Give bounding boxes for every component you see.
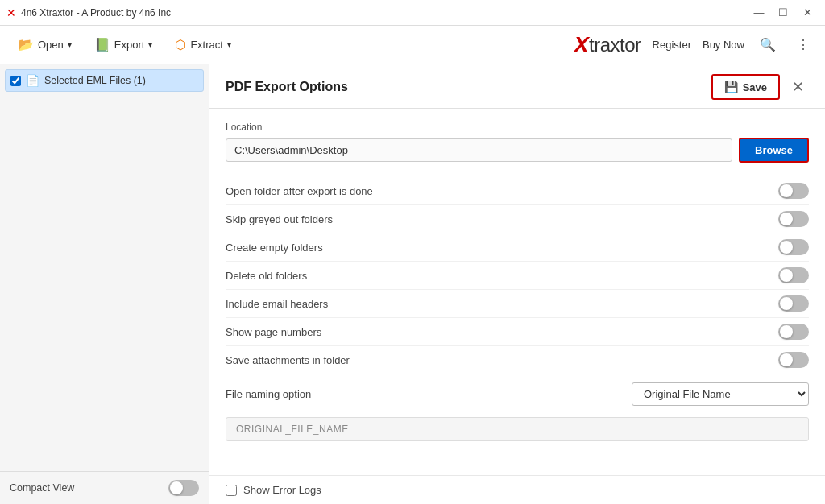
divider — [226, 374, 809, 374]
options-list: Open folder after export is done Skip gr… — [226, 177, 809, 374]
minimize-button[interactable]: — — [748, 2, 770, 24]
title-bar: ✕ 4n6 Xtraxtor - A Product by 4n6 Inc — … — [0, 0, 825, 26]
option-create-empty-label: Create empty folders — [226, 242, 323, 254]
toggle-knob — [780, 353, 793, 366]
extract-button[interactable]: ⬡ Extract ▾ — [167, 32, 238, 57]
extract-label: Extract — [190, 39, 222, 51]
export-chevron: ▾ — [148, 40, 152, 49]
toggle-knob — [780, 269, 793, 282]
option-show-page-numbers-label: Show page numbers — [226, 326, 321, 338]
toolbar-left: 📂 Open ▾ 📗 Export ▾ ⬡ Extract ▾ — [10, 32, 239, 57]
dialog-header: PDF Export Options 💾 Save ✕ — [209, 64, 825, 109]
option-save-attachments: Save attachments in folder — [226, 346, 809, 374]
close-dialog-button[interactable]: ✕ — [786, 76, 809, 98]
save-label: Save — [743, 81, 767, 93]
brand-x: X — [574, 32, 589, 58]
brand-logo: X traxtor — [574, 32, 641, 58]
open-chevron: ▾ — [68, 40, 72, 49]
file-naming-label: File naming option — [226, 388, 311, 400]
toggle-show-page-numbers[interactable] — [778, 324, 809, 340]
option-include-headers-label: Include email headers — [226, 298, 328, 310]
sidebar-checkbox[interactable] — [10, 76, 21, 86]
toolbar-nav: Register Buy Now 🔍 ⋮ — [653, 33, 815, 57]
extract-chevron: ▾ — [227, 40, 231, 49]
export-icon: 📗 — [94, 37, 110, 52]
toggle-save-attachments[interactable] — [778, 352, 809, 368]
close-window-button[interactable]: ✕ — [796, 2, 819, 24]
show-error-logs-checkbox[interactable] — [226, 485, 237, 496]
option-include-headers: Include email headers — [226, 290, 809, 317]
app-title: 4n6 Xtraxtor - A Product by 4n6 Inc — [21, 7, 171, 19]
dialog-body: Location Browse Open folder after export… — [209, 109, 825, 475]
search-button[interactable]: 🔍 — [756, 33, 780, 57]
sidebar: 📄 Selected EML Files (1) Compact View — [0, 64, 209, 504]
title-bar-left: ✕ 4n6 Xtraxtor - A Product by 4n6 Inc — [6, 6, 171, 19]
toggle-knob — [780, 325, 793, 338]
location-row: Browse — [226, 138, 809, 163]
register-link[interactable]: Register — [653, 39, 691, 51]
option-save-attachments-label: Save attachments in folder — [226, 354, 350, 366]
brand-text: traxtor — [589, 34, 641, 56]
export-label: Export — [114, 39, 145, 51]
toggle-knob — [780, 213, 793, 225]
compact-view-toggle[interactable] — [168, 480, 199, 496]
toolbar: 📂 Open ▾ 📗 Export ▾ ⬡ Extract ▾ X traxto… — [0, 26, 825, 64]
toolbar-right: X traxtor Register Buy Now 🔍 ⋮ — [574, 32, 815, 58]
option-open-folder-label: Open folder after export is done — [226, 185, 373, 197]
toggle-delete-old[interactable] — [778, 267, 809, 283]
sidebar-item-eml[interactable]: 📄 Selected EML Files (1) — [5, 69, 204, 92]
extract-icon: ⬡ — [175, 37, 186, 52]
toggle-knob — [780, 297, 793, 310]
option-skip-greyed-label: Skip greyed out folders — [226, 213, 333, 225]
buy-now-link[interactable]: Buy Now — [703, 39, 744, 51]
eml-file-icon: 📄 — [26, 74, 39, 87]
save-icon: 💾 — [724, 81, 738, 93]
dialog-title: PDF Export Options — [226, 80, 348, 94]
more-options-button[interactable]: ⋮ — [791, 33, 815, 57]
compact-view-label: Compact View — [10, 482, 74, 494]
toggle-include-headers[interactable] — [778, 295, 809, 312]
show-error-logs-label: Show Error Logs — [243, 484, 321, 496]
option-create-empty: Create empty folders — [226, 233, 809, 261]
main-layout: 📄 Selected EML Files (1) Compact View PD… — [0, 64, 825, 504]
app-icon: ✕ — [6, 6, 16, 19]
option-open-folder: Open folder after export is done — [226, 177, 809, 204]
export-button[interactable]: 📗 Export ▾ — [86, 32, 161, 57]
toggle-knob — [170, 481, 183, 494]
save-button[interactable]: 💾 Save — [711, 74, 780, 100]
dialog-footer: Show Error Logs — [209, 475, 825, 504]
option-delete-old: Delete old folders — [226, 262, 809, 289]
file-naming-select[interactable]: Original File Name Subject Date_Subject — [632, 382, 809, 406]
location-input[interactable] — [226, 138, 732, 162]
toggle-open-folder[interactable] — [778, 183, 809, 199]
open-label: Open — [38, 39, 64, 51]
header-right: 💾 Save ✕ — [711, 74, 809, 100]
toggle-create-empty[interactable] — [778, 239, 809, 255]
option-show-page-numbers: Show page numbers — [226, 318, 809, 345]
content-panel: PDF Export Options 💾 Save ✕ Location Bro… — [209, 64, 825, 504]
open-button[interactable]: 📂 Open ▾ — [10, 32, 80, 57]
file-name-preview: ORIGINAL_FILE_NAME — [226, 417, 809, 441]
option-delete-old-label: Delete old folders — [226, 270, 307, 282]
sidebar-content: 📄 Selected EML Files (1) — [0, 64, 209, 97]
toggle-skip-greyed[interactable] — [778, 211, 809, 227]
location-label: Location — [226, 122, 809, 133]
sidebar-footer: Compact View — [0, 471, 209, 504]
file-naming-row: File naming option Original File Name Su… — [226, 376, 809, 412]
browse-button[interactable]: Browse — [739, 138, 809, 163]
option-skip-greyed: Skip greyed out folders — [226, 205, 809, 233]
toggle-knob — [780, 241, 793, 254]
sidebar-item-label: Selected EML Files (1) — [44, 75, 146, 86]
title-bar-controls: — ☐ ✕ — [748, 2, 819, 24]
maximize-button[interactable]: ☐ — [772, 2, 794, 24]
open-icon: 📂 — [18, 37, 34, 52]
toggle-knob — [780, 184, 793, 197]
